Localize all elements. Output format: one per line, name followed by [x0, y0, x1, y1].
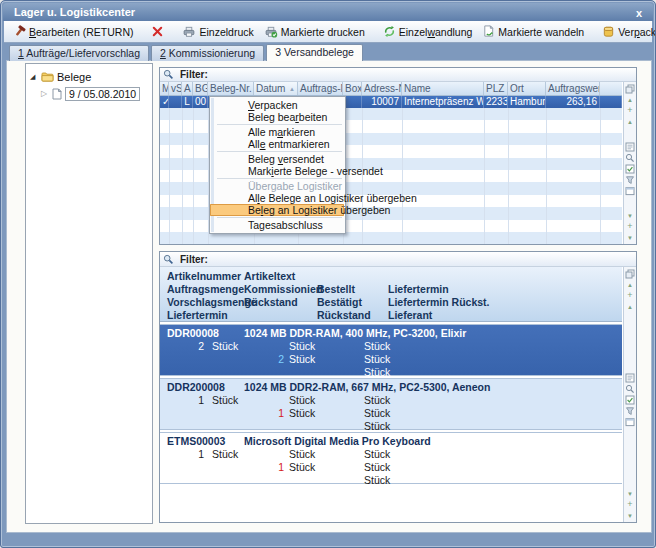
artikelnummer: ETMS00003: [167, 435, 225, 448]
expander-open-icon[interactable]: ◢: [30, 73, 38, 81]
edit-icon[interactable]: [625, 373, 636, 384]
button-label: Einzeldruck: [199, 26, 253, 38]
expander-closed-icon[interactable]: ▷: [41, 90, 49, 98]
menu-separator: [217, 178, 342, 179]
search-icon[interactable]: [625, 384, 636, 395]
column-header-box[interactable]: Box: [343, 82, 362, 95]
column-header-auftrags-nr[interactable]: Auftrags-Nr.: [298, 82, 343, 95]
cell-auftragswert: 263,16: [546, 96, 600, 108]
append-row-button[interactable]: +: [625, 499, 636, 510]
cell-bg: 00: [193, 96, 208, 108]
menu-item-beleg-versendet[interactable]: Beleg versendet: [210, 153, 344, 165]
menu-item-alle-belege-an-logistiker[interactable]: Alle Belege an Logistiker übergeben: [210, 192, 344, 204]
artikel-row[interactable]: ETMS00003 Microsoft Digital Media Pro Ke…: [160, 432, 622, 484]
menu-item-verpacken[interactable]: Verpacken: [210, 99, 344, 111]
header-rueckstand[interactable]: Rückstand: [244, 296, 298, 308]
search-icon[interactable]: [625, 152, 636, 163]
grid-column-headers: M vS A BG Beleg-Nr. Datum ▲ Auftrags-Nr.…: [160, 82, 622, 96]
tree-node-beleg-entry[interactable]: ▷ 9 / 05.08.2010: [26, 86, 152, 101]
header-rueckstand-2[interactable]: Rückstand: [317, 309, 371, 321]
bearbeiten-button[interactable]: Bearbeiten (RETURN): [9, 22, 137, 41]
positionen-grid: Filter: Artikelnummer Artikeltext Auftra…: [159, 251, 637, 523]
prev-row-button[interactable]: ▲: [625, 301, 636, 312]
filter-funnel-icon[interactable]: [625, 406, 636, 417]
column-header-plz[interactable]: PLZ: [484, 82, 508, 95]
edit-icon[interactable]: [625, 141, 636, 152]
filter-label: Filter:: [180, 69, 208, 80]
markierte-drucken-button[interactable]: Markierte drucken: [260, 22, 369, 41]
first-row-button[interactable]: ▲: [625, 279, 636, 290]
menu-item-markierte-belege-versendet[interactable]: Markierte Belege - versendet: [210, 165, 344, 177]
menu-item-alle-entmarkieren[interactable]: Alle entmarkieren: [210, 138, 344, 150]
header-artikeltext[interactable]: Artikeltext: [244, 270, 295, 282]
header-artikelnummer[interactable]: Artikelnummer: [167, 270, 241, 282]
artikel-row[interactable]: DDR00008 1024 MB DDR-RAM, 400 MHz, PC-32…: [160, 324, 622, 376]
artikeltext: 1024 MB DDR2-RAM, 667 MHz, PC2-5300, Aen…: [244, 381, 490, 394]
filter-bar[interactable]: Filter:: [160, 252, 636, 267]
filter-funnel-icon[interactable]: [625, 174, 636, 185]
markierte-wandeln-button[interactable]: Markierte wandeln: [478, 22, 588, 41]
menu-item-beleg-bearbeiten[interactable]: Beleg bearbeiten: [210, 111, 344, 123]
column-chooser-icon[interactable]: [625, 268, 636, 279]
header-auftragsmenge[interactable]: Auftragsmenge: [167, 283, 244, 295]
header-lieferant[interactable]: Lieferant: [388, 309, 432, 321]
close-button[interactable]: x: [636, 5, 642, 21]
append-row-button[interactable]: +: [625, 221, 636, 232]
next-row-button[interactable]: ▼: [625, 210, 636, 221]
auftragsmenge-value: 1: [167, 394, 204, 407]
menu-item-tagesabschluss[interactable]: Tagesabschluss: [210, 219, 344, 231]
column-header-m[interactable]: M: [160, 82, 169, 95]
column-header-ort[interactable]: Ort: [508, 82, 546, 95]
column-chooser-icon[interactable]: [625, 83, 636, 94]
next-row-button[interactable]: ▼: [625, 488, 636, 499]
window-icon[interactable]: [625, 185, 636, 196]
insert-row-button[interactable]: +: [625, 105, 636, 116]
tab-kommissionierung[interactable]: 2 Kommissionierung: [151, 45, 264, 61]
window-icon[interactable]: [625, 417, 636, 428]
header-kommissioniert[interactable]: Kommissioniert: [244, 283, 323, 295]
einzelwandlung-button[interactable]: Einzelwandlung: [379, 22, 477, 41]
cell-filler: [600, 96, 622, 108]
column-header-name[interactable]: Name: [402, 82, 484, 95]
column-header-a[interactable]: A: [182, 82, 193, 95]
rueckstand-unit: Stück: [289, 461, 315, 474]
tree-node-belege[interactable]: ◢ Belege: [26, 69, 152, 84]
filter-magnifier-icon: [163, 254, 174, 265]
last-row-button[interactable]: ▼: [625, 510, 636, 521]
filter-bar[interactable]: Filter:: [160, 68, 636, 82]
tree-node-label: Belege: [57, 71, 91, 83]
menu-item-beleg-an-logistiker[interactable]: Beleg an Logistiker übergeben: [210, 204, 344, 216]
insert-row-button[interactable]: +: [625, 290, 636, 301]
header-liefertermin[interactable]: Liefertermin: [388, 283, 449, 295]
artikel-row[interactable]: DDR200008 1024 MB DDR2-RAM, 667 MHz, PC2…: [160, 378, 622, 430]
checklist-icon[interactable]: [625, 395, 636, 406]
checklist-icon[interactable]: [625, 163, 636, 174]
bestellt-unit: Stück: [364, 448, 390, 461]
verpacken-button[interactable]: Verpacken: [598, 22, 656, 41]
header-bestellt[interactable]: Bestellt: [317, 283, 355, 295]
column-header-beleg-nr[interactable]: Beleg-Nr.: [208, 82, 254, 95]
einzeldruck-button[interactable]: Einzeldruck: [178, 22, 257, 41]
column-header-vs[interactable]: vS: [169, 82, 182, 95]
first-row-button[interactable]: ▲: [625, 94, 636, 105]
delete-button[interactable]: [147, 22, 168, 41]
cell-markiert[interactable]: ✓: [160, 96, 169, 108]
bestaetigt-unit: Stück: [364, 407, 390, 420]
column-header-datum[interactable]: Datum ▲: [254, 82, 298, 95]
last-row-button[interactable]: ▼: [625, 232, 636, 243]
header-liefertermin-2[interactable]: Liefertermin: [167, 309, 228, 321]
column-header-adress-nr[interactable]: Adress-Nr.: [362, 82, 402, 95]
auftragsmenge-unit: Stück: [212, 340, 238, 353]
header-liefertermin-rueckst[interactable]: Liefertermin Rückst.: [388, 296, 490, 308]
rueckstand2-unit: Stück: [364, 474, 390, 487]
tab-auftraege-liefervorschlag[interactable]: 1 Aufträge/Liefervorschlag: [9, 45, 149, 61]
filter-label: Filter:: [180, 254, 208, 265]
column-header-auftragswert[interactable]: Auftragswert €: [546, 82, 600, 95]
tree-node-label: 9 / 05.08.2010: [65, 87, 140, 101]
column-header-bg[interactable]: BG: [193, 82, 208, 95]
menu-item-alle-markieren[interactable]: Alle markieren: [210, 126, 344, 138]
tab-versandbelege[interactable]: 3 Versandbelege: [266, 44, 363, 61]
prev-row-button[interactable]: ▲: [625, 116, 636, 127]
header-bestaetigt[interactable]: Bestätigt: [317, 296, 362, 308]
title-bar[interactable]: Lager u. Logistikcenter x: [3, 3, 653, 21]
